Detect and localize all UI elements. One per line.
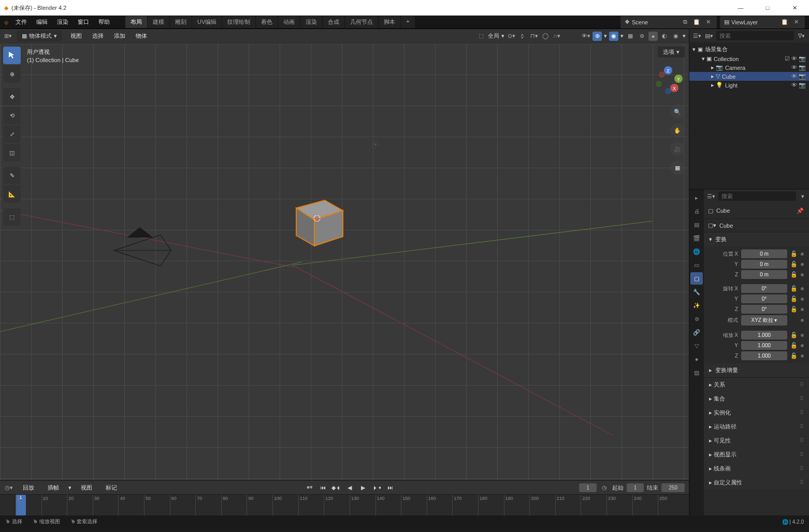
scale-x[interactable]: 1.000 [741, 331, 787, 339]
transform-tool[interactable]: ◫ [3, 144, 21, 161]
view-menu[interactable]: 视图 [77, 482, 96, 494]
overlay-toggle-icon[interactable]: ◉ [609, 32, 618, 41]
panel-header[interactable]: ▸ 自定义属性⠿ [704, 476, 809, 490]
cube-object[interactable] [283, 185, 351, 252]
data-tab-icon[interactable]: ▽ [690, 339, 703, 352]
vp-menu-选择[interactable]: 选择 [88, 30, 108, 42]
workspace-tab[interactable]: 建模 [148, 16, 169, 28]
menu-窗口[interactable]: 窗口 [74, 16, 93, 28]
eye-icon[interactable]: 👁 [791, 82, 797, 88]
constraints-tab-icon[interactable]: 🔗 [690, 326, 703, 338]
timeline-editor-icon[interactable]: ◷▾ [4, 483, 13, 492]
copy-icon[interactable]: 📋 [780, 18, 789, 27]
outliner-search[interactable] [716, 31, 794, 40]
end-frame[interactable]: 250 [661, 483, 685, 492]
scene-collection-row[interactable]: ▾ ▣ 场景集合 [689, 45, 809, 54]
lock-icon[interactable]: 🔓 [790, 295, 798, 302]
viewport-options[interactable]: 选项 ▾ [658, 47, 685, 57]
object-tab-icon[interactable]: ▢ [690, 272, 703, 285]
workspace-tab[interactable]: 布局 [125, 16, 147, 28]
lock-icon[interactable]: 🔓 [790, 271, 798, 278]
panel-header[interactable]: ▸ 线条画⠿ [704, 462, 809, 476]
eye-icon[interactable]: 👁 [791, 64, 797, 71]
menu-渲染[interactable]: 渲染 [53, 16, 73, 28]
workspace-tab[interactable]: 几何节点 [345, 16, 378, 28]
rotation-z[interactable]: 0° [741, 305, 787, 314]
workspace-tab[interactable]: 纹理绘制 [222, 16, 255, 28]
rotation-y[interactable]: 0° [741, 294, 787, 303]
3d-viewport[interactable]: 用户透视 (1) Collection | Cube 选项 ▾ Z Y X 🔍 … [0, 43, 689, 480]
particles-tab-icon[interactable]: ✨ [690, 299, 703, 312]
lock-icon[interactable]: 🔓 [790, 342, 798, 349]
scene-tab-icon[interactable]: 🎬 [690, 232, 703, 244]
close-button[interactable]: ✕ [784, 5, 805, 11]
maximize-button[interactable]: □ [757, 5, 778, 11]
menu-编辑[interactable]: 编辑 [32, 16, 52, 28]
scene-input[interactable] [632, 19, 678, 25]
vp-menu-添加[interactable]: 添加 [110, 30, 129, 42]
scale-y[interactable]: 1.000 [741, 341, 787, 350]
orientation-icon[interactable]: ⬚ [476, 32, 486, 41]
options-icon[interactable]: ▾ [799, 191, 806, 201]
camera-object[interactable] [104, 225, 181, 276]
eye-icon[interactable]: 👁 [791, 73, 797, 80]
lock-icon[interactable]: 🔓 [790, 285, 798, 292]
physics-tab-icon[interactable]: ⊚ [690, 313, 703, 325]
workspace-tab[interactable]: UV编辑 [192, 16, 222, 28]
workspace-tab[interactable]: 渲染 [300, 16, 322, 28]
viewlayer-tab-icon[interactable]: ▤ [690, 218, 703, 231]
vp-menu-视图[interactable]: 视图 [66, 30, 86, 42]
scale-z[interactable]: 1.000 [741, 351, 787, 360]
keying-menu[interactable]: 插帧 [44, 482, 63, 494]
render-icon[interactable]: 📷 [799, 64, 806, 71]
scene-selector[interactable]: ❖ ⧉ 📋 ✕ [620, 16, 717, 28]
location-y[interactable]: 0 m [741, 260, 787, 269]
snap-icon[interactable]: ⧲ [518, 32, 527, 41]
xray-icon[interactable]: ▦ [626, 32, 635, 41]
play-icon[interactable]: ▶ [358, 482, 368, 493]
workspace-tab[interactable]: + [401, 16, 414, 28]
pin-icon[interactable]: 📌 [796, 206, 805, 215]
material-tab-icon[interactable]: ● [690, 353, 703, 365]
start-frame[interactable]: 1 [627, 483, 644, 492]
lock-icon[interactable]: 🔓 [790, 250, 798, 257]
shading-wireframe-icon[interactable]: ⊚ [637, 32, 646, 41]
shading-material-icon[interactable]: ◐ [660, 32, 669, 41]
pin-icon[interactable]: ⧉ [681, 18, 690, 27]
add-cube-tool[interactable]: ⬚ [3, 208, 21, 226]
proportional-icon[interactable]: ◯ [541, 32, 550, 41]
outliner-item[interactable]: ▾ ▣Collection☑ 👁 📷 [689, 54, 809, 63]
modifiers-tab-icon[interactable]: 🔧 [690, 286, 703, 298]
workspace-tab[interactable]: 动画 [278, 16, 300, 28]
minimize-button[interactable]: — [730, 5, 751, 11]
render-icon[interactable]: 📷 [799, 73, 806, 80]
measure-tool[interactable]: 📐 [3, 185, 21, 203]
menu-帮助[interactable]: 帮助 [94, 16, 114, 28]
nav-gizmo[interactable]: Z Y X [652, 64, 685, 97]
panel-header[interactable]: ▸ 视图显示⠿ [704, 448, 809, 462]
copy-icon[interactable]: 📋 [692, 18, 701, 27]
workspace-tab[interactable]: 雕刻 [170, 16, 192, 28]
camera-view-icon[interactable]: 🎥 [670, 142, 685, 156]
autokey-icon[interactable]: ●▾ [305, 482, 314, 492]
shading-solid-icon[interactable]: ● [648, 32, 658, 41]
lock-icon[interactable]: 🔓 [790, 352, 798, 359]
outliner-item[interactable]: ▸ ▽Cube 👁 📷 [689, 72, 809, 81]
rotation-x[interactable]: 0° [741, 284, 787, 293]
play-reverse-icon[interactable]: ◀ [344, 482, 355, 493]
pan-icon[interactable]: ✋ [670, 123, 685, 138]
workspace-tab[interactable]: 脚本 [379, 16, 400, 28]
editor-type-icon[interactable]: ⊞▾ [3, 32, 12, 41]
render-icon[interactable]: 📷 [799, 82, 806, 88]
current-frame[interactable]: 1 [579, 483, 597, 492]
eye-icon[interactable]: 👁 [791, 55, 797, 62]
clock-icon[interactable]: ◷ [600, 483, 609, 492]
outliner-editor-icon[interactable]: ☰▾ [692, 31, 701, 40]
workspace-tab[interactable]: 合成 [323, 16, 344, 28]
panel-header[interactable]: ▸ 关系⠿ [704, 378, 809, 392]
annotate-tool[interactable]: ✎ [3, 167, 21, 184]
collection-tab-icon[interactable]: ▭ [690, 259, 703, 271]
select-tool[interactable] [3, 47, 21, 64]
texture-tab-icon[interactable]: ▨ [690, 366, 703, 379]
panel-header[interactable]: ▸ 可见性⠿ [704, 434, 809, 448]
